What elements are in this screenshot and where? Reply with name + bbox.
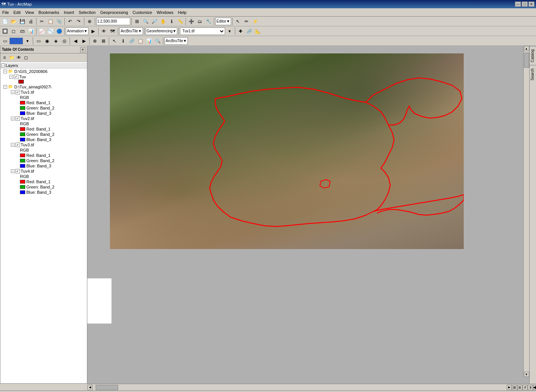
menu-bookmarks[interactable]: Bookmarks	[36, 8, 61, 16]
close-button[interactable]: ✕	[528, 2, 534, 7]
scroll-track-h[interactable]	[93, 385, 507, 390]
link-tool[interactable]: 🔗	[128, 37, 136, 45]
h-scrollbar[interactable]: ◀ ▶ ⊠ ⊞ ↺ ⏸ ◀	[87, 384, 536, 390]
tool-a[interactable]: 🔲	[1, 27, 9, 35]
georef-btn2[interactable]: 🔗	[245, 27, 253, 35]
tuv1-expand[interactable]: −	[11, 90, 15, 94]
tuv3-expand[interactable]: −	[11, 143, 15, 147]
georef-btn1[interactable]: ✚	[236, 27, 245, 35]
toolbox-button[interactable]: 🔧	[204, 17, 213, 26]
tuv2-expand[interactable]: −	[11, 117, 15, 120]
toc-selection-view[interactable]: ◻	[23, 54, 29, 61]
scroll-track-v[interactable]	[524, 51, 529, 372]
scroll-down-button[interactable]: ▼	[524, 372, 529, 377]
view-btn[interactable]: 👁	[100, 27, 108, 35]
select-btn1[interactable]: ▭	[34, 37, 43, 45]
tuv-checkbox[interactable]	[14, 74, 18, 79]
toc-content[interactable]: − Layers − 📁 D:\GIS_20200806 − Tuv −	[0, 62, 87, 383]
editor-dropdown[interactable]: Editor▼	[215, 18, 231, 25]
pan-button[interactable]: ✋	[159, 17, 167, 26]
tuv2-tif-item[interactable]: − Tuv2.tif	[0, 116, 87, 121]
layer-select-btn[interactable]: ▾	[225, 27, 234, 35]
full-extent-button[interactable]: ⊞	[133, 17, 141, 26]
edit-tool3[interactable]: ⚡	[251, 17, 259, 26]
arcbrutile-dropdown[interactable]: ArcBruTile▼	[119, 27, 143, 35]
map-nav-btn5[interactable]: ◀	[533, 385, 536, 390]
undo-button[interactable]: ↶	[66, 17, 74, 26]
catalog-button[interactable]: 🗂	[196, 17, 204, 26]
tool-c[interactable]: 🗃	[18, 27, 26, 35]
info-tool[interactable]: ℹ	[119, 37, 127, 45]
layers-expand[interactable]: −	[1, 64, 5, 67]
target-btn[interactable]: ⊕	[91, 37, 99, 45]
scroll-thumb-v[interactable]	[524, 53, 529, 68]
arrow-tool[interactable]: ↖	[110, 37, 119, 45]
pointer-tool[interactable]: ⊕	[85, 17, 94, 26]
map-nav-btn4[interactable]: ⏸	[528, 385, 533, 390]
menu-edit[interactable]: Edit	[11, 8, 23, 16]
catalog-tab[interactable]: Catalog	[530, 46, 536, 65]
tuv-expand[interactable]: −	[9, 75, 13, 79]
nav-fwd[interactable]: ▶	[80, 37, 88, 45]
folder1-expand[interactable]: −	[3, 70, 7, 73]
print-button[interactable]: 🖨	[27, 17, 35, 26]
tool-b[interactable]: ◻	[9, 27, 18, 35]
cut-button[interactable]: ✂	[38, 17, 46, 26]
search-tool[interactable]: 🔍	[154, 37, 162, 45]
new-map-button[interactable]: 📄	[1, 17, 9, 26]
folder2-expand[interactable]: −	[3, 85, 7, 89]
measure-button[interactable]: 📏	[176, 17, 184, 26]
redo-button[interactable]: ↷	[75, 17, 83, 26]
draw-btn2[interactable]: ▾	[23, 37, 32, 45]
identify-button[interactable]: ℹ	[168, 17, 176, 26]
toc-visibility-view[interactable]: 👁	[15, 54, 22, 61]
menu-windows[interactable]: Windows	[154, 8, 176, 16]
tool-f[interactable]: 📉	[46, 27, 55, 35]
tuv4-expand[interactable]: −	[11, 169, 15, 173]
folder2-item[interactable]: − 📁 D:\Tuv_aimag\0927\	[0, 84, 87, 90]
minimize-button[interactable]: —	[515, 2, 521, 7]
graph-tool[interactable]: 📊	[145, 37, 153, 45]
menu-insert[interactable]: Insert	[61, 8, 76, 16]
nav-back[interactable]: ◀	[71, 37, 79, 45]
menu-file[interactable]: File	[0, 8, 11, 16]
menu-help[interactable]: Help	[176, 8, 189, 16]
color-selector[interactable]	[9, 38, 23, 44]
animation-dropdown[interactable]: Animation▼	[66, 27, 88, 35]
scroll-thumb-h[interactable]	[96, 385, 118, 390]
toc-source-view[interactable]: 📁	[8, 54, 15, 61]
scale-input[interactable]	[96, 18, 130, 25]
tool-g[interactable]: 🔵	[55, 27, 63, 35]
menu-selection[interactable]: Selection	[76, 8, 98, 16]
add-data-button[interactable]: ➕	[187, 17, 195, 26]
tuv-tif-selector[interactable]: Tuv1.tif	[180, 27, 225, 35]
toc-layers-header[interactable]: − Layers	[0, 63, 87, 68]
tuv2-checkbox[interactable]	[15, 116, 20, 121]
scroll-up-button[interactable]: ▲	[524, 46, 529, 51]
map-nav-btn3[interactable]: ↺	[522, 385, 528, 390]
tool-e[interactable]: 📈	[38, 27, 46, 35]
copy-button[interactable]: 📋	[46, 17, 55, 26]
scroll-left-button[interactable]: ◀	[87, 385, 93, 390]
select-btn3[interactable]: ◈	[52, 37, 60, 45]
table-tool[interactable]: 📋	[136, 37, 145, 45]
select-btn4[interactable]: ◎	[60, 37, 69, 45]
tuv4-checkbox[interactable]	[15, 169, 20, 173]
zoom-fixed-btn[interactable]: ⊠	[99, 37, 108, 45]
map-area[interactable]: ▲ ▼	[87, 46, 529, 384]
zoom-in-button[interactable]: 🔍	[142, 17, 150, 26]
tuv1-checkbox[interactable]	[15, 90, 20, 94]
tuv3-checkbox[interactable]	[15, 143, 20, 147]
edit-tool1[interactable]: ↖	[234, 17, 242, 26]
map-nav-btn1[interactable]: ⊠	[512, 385, 517, 390]
menu-view[interactable]: View	[23, 8, 37, 16]
layer-btn[interactable]: 🗺	[108, 27, 117, 35]
scroll-right-button[interactable]: ▶	[507, 385, 512, 390]
georef-dropdown[interactable]: Georeferencing▼	[146, 27, 178, 35]
maximize-button[interactable]: □	[522, 2, 528, 7]
draw-btn1[interactable]: ▭	[1, 37, 9, 45]
edit-tool2[interactable]: ✏	[242, 17, 251, 26]
tuv3-tif-item[interactable]: − Tuv3.tif	[0, 142, 87, 147]
toc-list-view[interactable]: ≡	[1, 54, 8, 61]
save-button[interactable]: 💾	[18, 17, 26, 26]
